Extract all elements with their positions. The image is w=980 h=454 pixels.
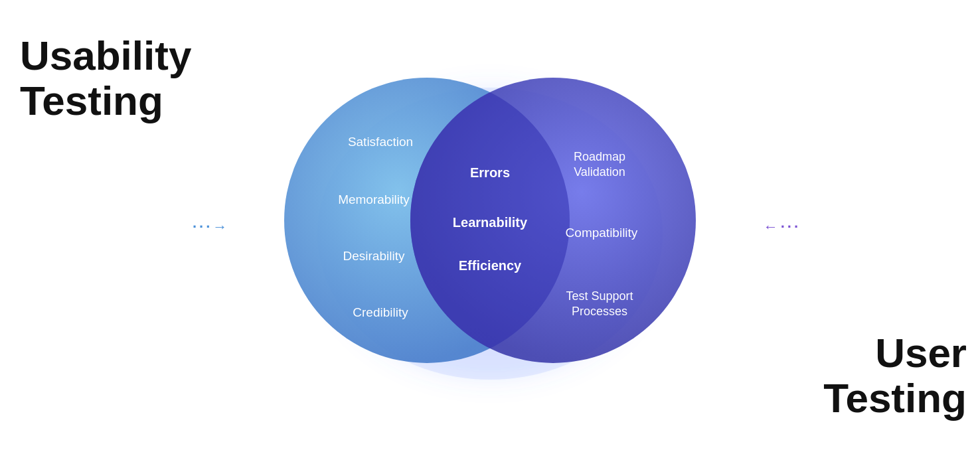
usability-testing-title: Usability Testing bbox=[20, 33, 191, 123]
label-memorability: Memorability bbox=[338, 192, 410, 206]
title-right-line1: User bbox=[823, 331, 967, 376]
label-credibility: Credibility bbox=[353, 305, 408, 319]
label-validation: Validation bbox=[574, 165, 625, 179]
label-errors: Errors bbox=[470, 165, 510, 180]
title-left-line2: Testing bbox=[20, 78, 191, 123]
label-roadmap: Roadmap bbox=[574, 150, 625, 163]
label-efficiency: Efficiency bbox=[459, 258, 522, 273]
page-container: Usability Testing User Testing ···→ ←··· bbox=[0, 0, 980, 454]
title-right-line2: Testing bbox=[823, 376, 967, 421]
label-test-support: Test Support bbox=[566, 289, 633, 303]
left-arrow-symbol: ···→ bbox=[193, 218, 230, 236]
venn-diagram: Satisfaction Memorability Desirability C… bbox=[251, 41, 729, 413]
label-desirability: Desirability bbox=[343, 249, 405, 263]
left-arrow: ···→ bbox=[193, 218, 230, 236]
title-left-line1: Usability bbox=[20, 33, 191, 78]
right-arrow-symbol: ←··· bbox=[764, 218, 801, 236]
label-learnability: Learnability bbox=[453, 215, 528, 230]
label-satisfaction: Satisfaction bbox=[348, 135, 413, 149]
label-processes: Processes bbox=[572, 305, 627, 318]
user-testing-title: User Testing bbox=[823, 331, 967, 421]
right-arrow: ←··· bbox=[764, 218, 801, 236]
label-compatibility: Compatibility bbox=[566, 226, 638, 240]
